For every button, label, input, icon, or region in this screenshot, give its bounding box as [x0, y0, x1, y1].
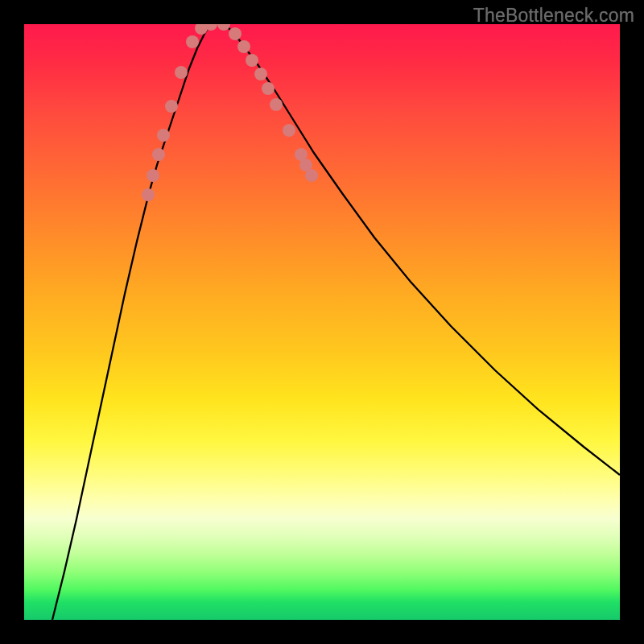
- data-marker: [270, 98, 283, 111]
- data-marker: [217, 24, 230, 31]
- data-marker: [262, 82, 275, 95]
- data-marker: [186, 35, 199, 48]
- data-marker: [157, 129, 170, 142]
- data-marker: [175, 66, 188, 79]
- data-marker: [237, 40, 250, 53]
- data-marker: [305, 169, 318, 182]
- data-marker: [147, 169, 159, 182]
- data-markers: [142, 24, 318, 201]
- data-marker: [152, 148, 165, 161]
- data-marker: [283, 124, 295, 137]
- chart-frame: TheBottleneck.com: [0, 0, 644, 644]
- curve-right: [224, 24, 620, 475]
- curve-left: [52, 24, 211, 620]
- plot-area: [24, 24, 620, 620]
- chart-svg: [24, 24, 620, 620]
- data-marker: [165, 100, 178, 113]
- data-marker: [246, 54, 258, 67]
- data-marker: [254, 68, 267, 80]
- data-marker: [142, 188, 155, 201]
- watermark-text: TheBottleneck.com: [473, 5, 634, 27]
- data-marker: [229, 27, 242, 40]
